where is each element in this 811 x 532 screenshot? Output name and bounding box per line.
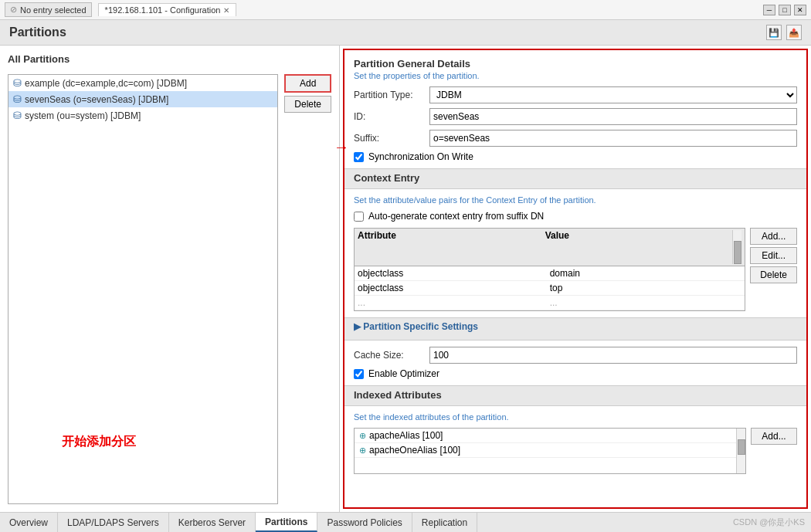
suffix-label: Suffix: [354, 133, 423, 144]
partition-type-label: Partition Type: [354, 90, 423, 100]
cache-size-label: Cache Size: [354, 350, 423, 361]
suffix-input[interactable] [429, 130, 797, 147]
partition-icon-system: ⛁ [13, 110, 22, 121]
config-tab-label: *192.168.1.101 - Configuration [105, 5, 221, 15]
partition-list: ⛁ example (dc=example,dc=com) [JDBM] ⛁ s… [8, 74, 278, 504]
context-entry-subtitle: Set the attribute/value pairs for the Co… [354, 195, 797, 205]
general-details-subtitle: Set the properties of the partition. [354, 71, 797, 80]
context-delete-button[interactable]: Delete [750, 266, 797, 283]
page-title: Partitions [9, 25, 66, 39]
context-entry-table-area: Attribute Value objectclass domain [354, 228, 797, 311]
partition-type-row: Partition Type: JDBM [354, 86, 797, 103]
id-label: ID: [354, 111, 423, 122]
table-header-row: Attribute Value [355, 229, 745, 266]
val-cell-1: top [550, 283, 742, 293]
page-title-bar: Partitions 💾 📤 [0, 20, 811, 46]
indexed-item-label-1: apacheOneAlias [100] [369, 445, 460, 456]
val-cell-2: ... [550, 297, 742, 308]
list-item[interactable]: ⊕ apacheOneAlias [100] [355, 443, 745, 458]
right-panel: Partition General Details Set the proper… [343, 49, 808, 509]
tab-password-policies[interactable]: Password Policies [317, 513, 412, 532]
maximize-button[interactable]: □ [779, 5, 791, 15]
no-entry-icon: ⊘ [10, 5, 17, 15]
indexed-attributes-list: ⊕ apacheAlias [100] ⊕ apacheOneAlias [10… [354, 428, 746, 474]
tab-partitions[interactable]: Partitions [256, 513, 317, 532]
id-row: ID: [354, 108, 797, 125]
partition-item-system[interactable]: ⛁ system (ou=system) [JDBM] [8, 107, 277, 124]
sync-checkbox[interactable] [354, 152, 364, 162]
table-row[interactable]: ... ... [355, 296, 745, 310]
suffix-row: Suffix: [354, 130, 797, 147]
enable-optimizer-row: Enable Optimizer [354, 368, 797, 379]
table-header-attribute: Attribute [358, 230, 545, 264]
partition-item-sevenseas[interactable]: ⛁ sevenSeas (o=sevenSeas) [JDBM] [8, 91, 277, 107]
partition-icon-sevenseas: ⛁ [13, 93, 22, 105]
indexed-buttons: Add... [751, 428, 797, 474]
list-item[interactable]: ⊕ apacheAlias [100] [355, 429, 745, 443]
partition-item-example[interactable]: ⛁ example (dc=example,dc=com) [JDBM] [8, 75, 277, 91]
tab-overview[interactable]: Overview [0, 513, 58, 532]
tab-ldap-servers[interactable]: LDAP/LDAPS Servers [58, 513, 169, 532]
specific-settings-section-header: Partition Specific Settings [344, 317, 806, 341]
annotation-text: 开始添加分区 [62, 434, 136, 450]
auto-generate-label: Auto-generate context entry from suffix … [368, 211, 544, 222]
attr-cell-1: objectclass [358, 283, 550, 293]
table-scrollbar[interactable] [732, 230, 741, 264]
window-controls: ─ □ ✕ [763, 5, 806, 15]
partition-label-example: example (dc=example,dc=com) [JDBM] [25, 78, 187, 89]
indexed-attributes-section-header: Indexed Attributes [344, 385, 806, 406]
auto-generate-checkbox[interactable] [354, 212, 364, 222]
sync-row: Synchronization On Write [354, 151, 797, 162]
indexed-item-label-0: apacheAlias [100] [369, 430, 443, 441]
left-panel: All Partitions ⛁ example (dc=example,dc=… [0, 46, 340, 512]
delete-partition-button[interactable]: Delete [284, 96, 331, 113]
tab-replication[interactable]: Replication [412, 513, 477, 532]
context-entry-table: Attribute Value objectclass domain [354, 228, 745, 311]
tab-kerberos-server[interactable]: Kerberos Server [169, 513, 256, 532]
specific-settings-title: Partition Specific Settings [354, 321, 797, 332]
context-entry-section-header: Context Entry [344, 168, 806, 189]
sync-label: Synchronization On Write [368, 151, 473, 162]
enable-optimizer-label: Enable Optimizer [368, 368, 439, 379]
bottom-tabs: Overview LDAP/LDAPS Servers Kerberos Ser… [0, 512, 811, 532]
id-input[interactable] [429, 108, 797, 125]
context-edit-button[interactable]: Edit... [750, 247, 797, 264]
page-title-icons: 💾 📤 [766, 25, 802, 40]
attr-cell-0: objectclass [358, 268, 550, 279]
close-tab-icon[interactable]: ✕ [223, 6, 229, 15]
enable-optimizer-checkbox[interactable] [354, 369, 364, 379]
window-close-button[interactable]: ✕ [794, 5, 806, 15]
table-row[interactable]: objectclass domain [355, 266, 745, 281]
partition-label-sevenseas: sevenSeas (o=sevenSeas) [JDBM] [25, 94, 168, 105]
partition-icon-example: ⛁ [13, 77, 22, 89]
attr-cell-2: ... [358, 297, 550, 308]
indexed-add-button[interactable]: Add... [751, 428, 797, 445]
indexed-attributes-title: Indexed Attributes [354, 389, 797, 401]
cache-size-row: Cache Size: [354, 347, 797, 364]
val-cell-0: domain [550, 268, 742, 279]
no-entry-label: No entry selected [20, 5, 87, 15]
context-add-button[interactable]: Add... [750, 228, 797, 245]
config-tab[interactable]: *192.168.1.101 - Configuration ✕ [98, 3, 237, 16]
indexed-scrollbar[interactable] [736, 429, 745, 473]
title-bar: ⊘ No entry selected *192.168.1.101 - Con… [0, 0, 811, 20]
arrow-indicator: → [334, 138, 349, 156]
indexed-item-icon-0: ⊕ [359, 431, 366, 441]
save-icon-button[interactable]: 💾 [766, 25, 782, 40]
add-partition-button[interactable]: Add [284, 74, 331, 93]
export-icon-button[interactable]: 📤 [786, 25, 802, 40]
context-entry-title: Context Entry [354, 172, 797, 184]
general-details-title: Partition General Details [354, 58, 797, 69]
all-partitions-title: All Partitions [8, 53, 331, 65]
cache-size-input[interactable] [429, 347, 797, 364]
table-header-value: Value [545, 230, 733, 264]
minimize-button[interactable]: ─ [763, 5, 775, 15]
indexed-item-icon-1: ⊕ [359, 446, 366, 456]
no-entry-tab[interactable]: ⊘ No entry selected [5, 2, 92, 17]
table-row[interactable]: objectclass top [355, 281, 745, 296]
auto-generate-row: Auto-generate context entry from suffix … [354, 211, 797, 222]
partition-label-system: system (ou=system) [JDBM] [25, 110, 141, 121]
indexed-attributes-subtitle: Set the indexed attributes of the partit… [354, 412, 797, 422]
partition-type-select[interactable]: JDBM [429, 86, 797, 103]
indexed-attributes-area: ⊕ apacheAlias [100] ⊕ apacheOneAlias [10… [354, 428, 797, 474]
